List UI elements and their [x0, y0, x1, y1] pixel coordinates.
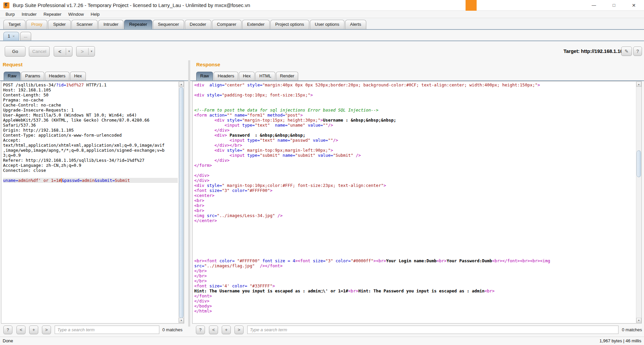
maximize-icon[interactable]: □ [606, 0, 622, 11]
search-prev-button[interactable]: < [16, 326, 25, 334]
response-tab-bar: Raw Headers Hex HTML Render [190, 70, 644, 81]
repeater-tab-bar: 1× ... [0, 30, 644, 41]
tab-decoder[interactable]: Decoder [185, 20, 211, 29]
target-display: Target: http://192.168.1.105 [564, 49, 626, 54]
request-tab-hex[interactable]: Hex [70, 72, 86, 80]
menu-help[interactable]: Help [88, 11, 102, 18]
tab-extender[interactable]: Extender [242, 20, 270, 29]
request-tab-headers[interactable]: Headers [45, 72, 69, 80]
search-prev-button[interactable]: < [209, 326, 218, 334]
response-tab-hex[interactable]: Hex [239, 72, 255, 80]
tab-spider[interactable]: Spider [48, 20, 71, 29]
scroll-up-icon[interactable]: ▲ [179, 82, 184, 87]
title-accent-block [466, 0, 477, 11]
request-tab-bar: Raw Params Headers Hex [0, 70, 188, 81]
pencil-icon: ✎ [625, 49, 629, 54]
request-editor[interactable]: POST /sqllib/Less-34/?id=1%df%27 HTTP/1.… [1, 81, 184, 324]
response-text[interactable]: <div align="center" style="margin:40px 0… [194, 82, 635, 322]
edit-target-button[interactable]: ✎ [621, 47, 632, 56]
back-arrow-icon: < [54, 49, 66, 54]
status-text: Done [3, 338, 13, 343]
tab-repeater[interactable]: Repeater [124, 20, 152, 29]
close-icon[interactable]: ✕ [626, 0, 642, 11]
help-button[interactable]: ? [633, 47, 642, 56]
request-scroll-thumb[interactable] [179, 87, 183, 318]
response-search-input[interactable] [247, 326, 619, 334]
title-bar: Burp Suite Professional v1.7.26 - Tempor… [0, 0, 644, 11]
tab-user-options[interactable]: User options [310, 20, 344, 29]
burp-logo-icon [3, 2, 9, 8]
response-search-matches: 0 matches [622, 327, 642, 332]
repeater-toolbar: Go Cancel < ▼ > ▼ Target: http://192.168… [0, 41, 644, 60]
scroll-down-icon[interactable]: ▼ [179, 318, 184, 323]
dropdown-arrow-icon[interactable]: ▼ [89, 50, 95, 53]
history-forward-button[interactable]: > ▼ [76, 46, 95, 57]
target-label: Target: [564, 49, 580, 54]
response-viewer[interactable]: <div align="center" style="margin:40px 0… [192, 81, 642, 324]
tab-close-icon[interactable]: × [12, 34, 14, 38]
request-tab-raw[interactable]: Raw [4, 72, 20, 80]
scroll-up-icon[interactable]: ▲ [636, 82, 641, 87]
response-tab-headers[interactable]: Headers [214, 72, 238, 80]
menu-repeater[interactable]: Repeater [41, 11, 64, 18]
main-tab-bar: Target Proxy Spider Scanner Intruder Rep… [0, 18, 644, 30]
request-text[interactable]: POST /sqllib/Less-34/?id=1%df%27 HTTP/1.… [3, 82, 178, 322]
search-next-button[interactable]: > [234, 326, 244, 334]
request-search-matches: 0 matches [162, 327, 182, 332]
search-next-button[interactable]: > [42, 326, 51, 334]
response-search-bar: ? < + > 0 matches [190, 326, 644, 335]
go-button[interactable]: Go [5, 46, 25, 57]
scroll-down-icon[interactable]: ▼ [636, 318, 641, 323]
help-icon: ? [636, 49, 639, 54]
cancel-button[interactable]: Cancel [29, 46, 50, 57]
response-title: Response [196, 62, 220, 67]
menu-burp[interactable]: Burp [3, 11, 17, 18]
repeater-tab-1[interactable]: 1× [3, 32, 19, 41]
tab-comparer[interactable]: Comparer [212, 20, 241, 29]
tab-scanner[interactable]: Scanner [71, 20, 98, 29]
forward-arrow-icon: > [76, 49, 88, 54]
response-scrollbar[interactable]: ▲ ▼ [636, 82, 641, 323]
search-help-button[interactable]: ? [196, 326, 205, 334]
menu-intruder[interactable]: Intruder [19, 11, 39, 18]
response-tab-html[interactable]: HTML [255, 72, 275, 80]
tab-sequencer[interactable]: Sequencer [153, 20, 184, 29]
status-bar: Done 1,967 bytes | 46 millis [0, 337, 644, 345]
request-title: Request [3, 62, 22, 67]
response-scroll-thumb[interactable] [637, 150, 641, 177]
search-add-button[interactable]: + [222, 326, 231, 334]
search-help-button[interactable]: ? [3, 326, 12, 334]
repeater-tab-new[interactable]: ... [20, 32, 31, 41]
search-add-button[interactable]: + [29, 326, 38, 334]
request-panel: Request Raw Params Headers Hex POST /sql… [0, 60, 188, 337]
minimize-icon[interactable]: — [586, 0, 602, 11]
request-search-bar: ? < + > 0 matches [0, 326, 188, 335]
history-back-button[interactable]: < ▼ [54, 46, 72, 57]
tab-proxy[interactable]: Proxy [26, 20, 47, 29]
request-search-input[interactable] [55, 326, 159, 334]
tab-alerts[interactable]: Alerts [345, 20, 366, 29]
response-stats: 1,967 bytes | 46 millis [599, 338, 641, 343]
request-scrollbar[interactable]: ▲ ▼ [178, 82, 183, 323]
menu-bar: Burp Intruder Repeater Window Help [0, 11, 644, 18]
tab-target[interactable]: Target [3, 20, 25, 29]
dropdown-arrow-icon[interactable]: ▼ [66, 50, 72, 53]
tab-intruder[interactable]: Intruder [98, 20, 123, 29]
window-title: Burp Suite Professional v1.7.26 - Tempor… [13, 0, 250, 11]
request-tab-params[interactable]: Params [21, 72, 44, 80]
menu-window[interactable]: Window [66, 11, 87, 18]
target-url: http://192.168.1.105 [581, 49, 626, 54]
repeater-tab-1-label: 1 [8, 33, 10, 39]
tab-project-options[interactable]: Project options [270, 20, 309, 29]
response-tab-raw[interactable]: Raw [196, 72, 213, 80]
response-panel: Response Raw Headers Hex HTML Render <di… [190, 60, 644, 337]
response-tab-render[interactable]: Render [276, 72, 299, 80]
